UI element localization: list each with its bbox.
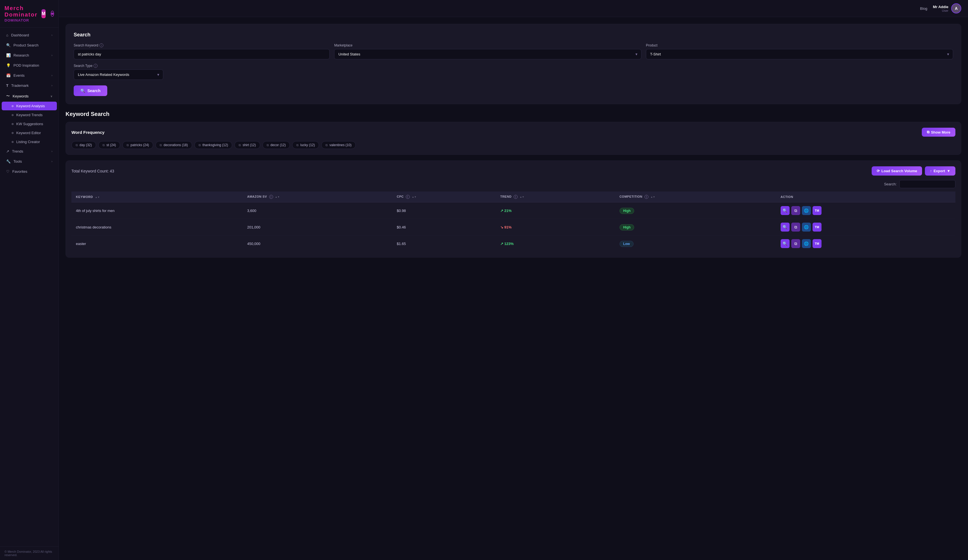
research-icon: 📊 [6, 53, 11, 57]
keyword-input[interactable] [74, 49, 330, 60]
col-keyword[interactable]: KEYWORD ▲▼ [71, 192, 242, 202]
sidebar: Merch Dominator DOMINATOR M ⌂ Dashboard … [0, 0, 59, 560]
page-content: Search Search Keyword i Marketplace Unit… [59, 17, 968, 264]
sidebar-item-keywords[interactable]: 〜 Keywords ∨ [2, 91, 57, 101]
action-globe-btn[interactable]: 🌐 [802, 206, 811, 215]
action-copy-btn[interactable]: ⧉ [791, 206, 800, 215]
action-search-btn[interactable]: 🔍 [781, 223, 790, 232]
chevron-trends-icon: › [51, 150, 52, 153]
blog-link[interactable]: Blog [920, 7, 927, 11]
freq-tag[interactable]: ⧉ decor (12) [262, 141, 290, 149]
action-globe-btn[interactable]: 🌐 [802, 239, 811, 248]
sidebar-subitem-keyword-analysis[interactable]: Keyword Analysis [2, 102, 57, 110]
keyword-group: Search Keyword i [74, 43, 330, 60]
search-type-select-wrapper: Live Amazon Related Keywords Keyword Sug… [74, 70, 163, 80]
cell-action: 🔍 ⧉ 🌐 TM [776, 202, 955, 219]
user-menu[interactable]: Mr Addie User A [933, 3, 961, 13]
col-competition[interactable]: COMPETITION i ▲▼ [615, 192, 776, 202]
action-copy-btn[interactable]: ⧉ [791, 239, 800, 248]
trademark-icon: T [6, 83, 8, 88]
marketplace-group: Marketplace United States United Kingdom… [334, 43, 641, 60]
sidebar-subitem-listing-creator[interactable]: Listing Creator [2, 138, 57, 146]
action-copy-btn[interactable]: ⧉ [791, 223, 800, 232]
load-search-volume-button[interactable]: ⟳ Load Search Volume [872, 166, 922, 176]
table-search-row: Search: [71, 180, 955, 188]
search-type-info-icon[interactable]: i [94, 64, 98, 68]
export-button[interactable]: ↑ Export ▼ [925, 166, 955, 176]
col-amazon-sv[interactable]: AMAZON SV i ▲▼ [242, 192, 392, 202]
action-tm-btn[interactable]: TM [812, 206, 822, 215]
search-button[interactable]: 🔍 Search [74, 85, 107, 96]
cell-trend: ↘ 91% [496, 219, 615, 235]
sidebar-subitem-keyword-trends[interactable]: Keyword Trends [2, 111, 57, 119]
search-type-group: Search Type i Live Amazon Related Keywor… [74, 64, 163, 80]
tag-copy-icon: ⧉ [296, 143, 298, 147]
sidebar-item-product-search[interactable]: 🔍 Product Search [2, 40, 57, 50]
logo-merch: Merch Dominator [5, 5, 38, 18]
tag-copy-icon: ⧉ [267, 143, 269, 147]
freq-tag[interactable]: ⧉ day (32) [71, 141, 96, 149]
amazon-sv-info-icon[interactable]: i [269, 195, 273, 199]
load-sv-icon: ⟳ [877, 169, 880, 173]
cell-cpc: $1.65 [393, 235, 496, 252]
sort-sv-icon: ▲▼ [275, 196, 280, 198]
marketplace-select[interactable]: United States United Kingdom Germany Fra… [334, 49, 641, 60]
table-body: 4th of july shirts for men 3,600 $0.98 ↗… [71, 202, 955, 252]
col-trend[interactable]: TREND i ▲▼ [496, 192, 615, 202]
chevron-trademark-icon: › [51, 84, 52, 87]
freq-tag[interactable]: ⧉ st (24) [98, 141, 120, 149]
freq-tag[interactable]: ⧉ patricks (24) [123, 141, 153, 149]
sidebar-subitem-kw-suggestions[interactable]: KW Suggestions [2, 119, 57, 128]
sidebar-item-trademark[interactable]: T Trademark › [2, 81, 57, 90]
action-globe-btn[interactable]: 🌐 [802, 223, 811, 232]
word-frequency-section: Word Frequency ⧉ Show More ⧉ day (32)⧉ s… [66, 122, 961, 155]
table-search-input[interactable] [899, 180, 955, 188]
target-icon[interactable] [51, 11, 54, 17]
sidebar-item-research[interactable]: 📊 Research › [2, 50, 57, 60]
show-more-button[interactable]: ⧉ Show More [922, 128, 955, 137]
tag-copy-icon: ⧉ [76, 143, 78, 147]
sidebar-item-favorites[interactable]: ♡ Favorites [2, 167, 57, 176]
tag-copy-icon: ⧉ [239, 143, 241, 147]
trend-info-icon[interactable]: i [514, 195, 518, 199]
dot-icon [12, 141, 13, 143]
chevron-icon: › [51, 33, 52, 36]
product-label: Product [646, 43, 953, 47]
chevron-events-icon: › [51, 74, 52, 77]
sidebar-item-pod-inspiration[interactable]: 💡 POD Inspiration [2, 60, 57, 70]
sidebar-item-dashboard[interactable]: ⌂ Dashboard › [2, 30, 57, 40]
logo-area: Merch Dominator DOMINATOR M [0, 0, 58, 28]
freq-tag[interactable]: ⧉ thanksgiving (12) [194, 141, 232, 149]
cell-amazon-sv: 3,600 [242, 202, 392, 219]
keyword-label: Search Keyword i [74, 43, 330, 47]
cpc-info-icon[interactable]: i [406, 195, 410, 199]
sidebar-item-trends[interactable]: ↗ Trends › [2, 146, 57, 156]
sidebar-item-tools[interactable]: 🔧 Tools › [2, 157, 57, 166]
export-icon: ↑ [930, 169, 932, 173]
table-section: Total Keyword Count: 43 ⟳ Load Search Vo… [66, 161, 961, 258]
competition-info-icon[interactable]: i [645, 195, 648, 199]
freq-tag[interactable]: ⧉ shirt (12) [234, 141, 260, 149]
col-cpc[interactable]: CPC i ▲▼ [393, 192, 496, 202]
cell-action: 🔍 ⧉ 🌐 TM [776, 219, 955, 235]
keyword-info-icon[interactable]: i [99, 43, 103, 47]
cell-cpc: $0.98 [393, 202, 496, 219]
action-tm-btn[interactable]: TM [812, 223, 822, 232]
avatar: A [951, 3, 961, 13]
search-type-select[interactable]: Live Amazon Related Keywords Keyword Sug… [74, 70, 163, 80]
freq-tag[interactable]: ⧉ valentines (10) [321, 141, 356, 149]
cell-competition: Low [615, 235, 776, 252]
table-header: Total Keyword Count: 43 ⟳ Load Search Vo… [71, 166, 955, 176]
action-search-btn[interactable]: 🔍 [781, 239, 790, 248]
freq-tag[interactable]: ⧉ decorations (18) [156, 141, 192, 149]
action-search-btn[interactable]: 🔍 [781, 206, 790, 215]
sidebar-subitem-keyword-editor[interactable]: Keyword Editor [2, 129, 57, 137]
cell-competition: High [615, 202, 776, 219]
tag-copy-icon: ⧉ [103, 143, 105, 147]
copy-icon: ⧉ [927, 130, 929, 134]
product-select[interactable]: T-Shirt Hoodie Sweatshirt Long Sleeve Ta… [646, 49, 953, 60]
action-tm-btn[interactable]: TM [812, 239, 822, 248]
freq-tag[interactable]: ⧉ lucky (12) [292, 141, 319, 149]
trends-icon: ↗ [6, 149, 9, 153]
sidebar-item-events[interactable]: 📅 Events › [2, 71, 57, 80]
